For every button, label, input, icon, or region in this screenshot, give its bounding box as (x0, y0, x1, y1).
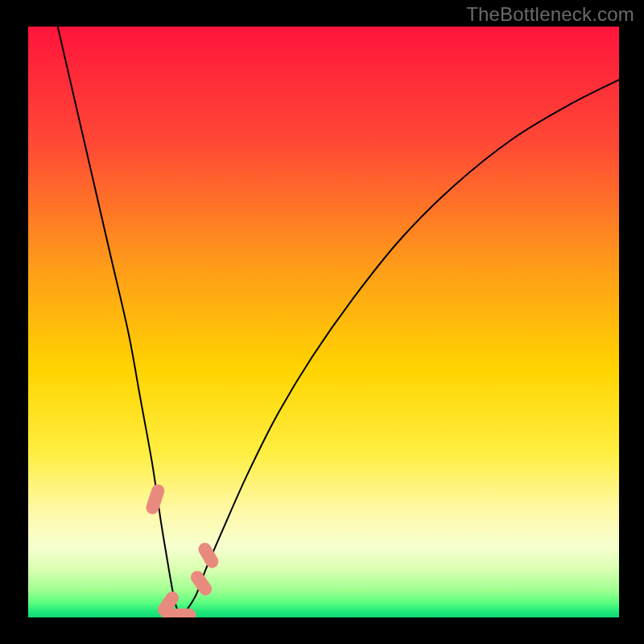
bottleneck-chart (28, 27, 619, 617)
svg-rect-2 (162, 609, 196, 617)
chart-frame: TheBottleneck.com (0, 0, 644, 644)
watermark-text: TheBottleneck.com (466, 3, 634, 26)
trough-marker-2 (162, 609, 196, 617)
severity-gradient (28, 27, 619, 617)
